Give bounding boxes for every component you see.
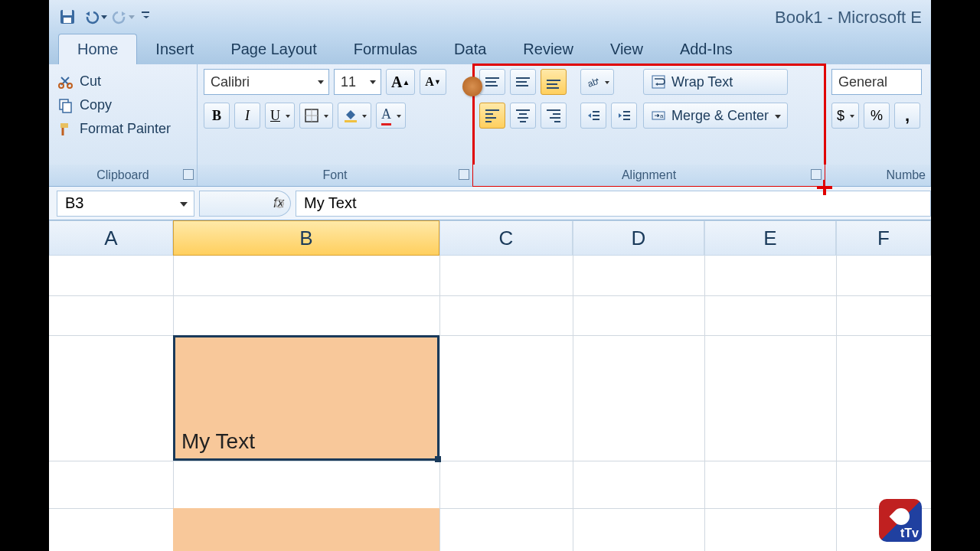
- svg-rect-2: [64, 18, 71, 23]
- italic-button[interactable]: I: [234, 103, 260, 129]
- qat-customize-button[interactable]: [138, 5, 153, 29]
- chevron-down-icon: [370, 80, 376, 84]
- align-top-button[interactable]: [479, 69, 505, 95]
- font-name-combo[interactable]: Calibri: [204, 69, 329, 95]
- svg-text:a: a: [660, 112, 664, 119]
- copy-label: Copy: [80, 97, 112, 113]
- font-size-value: 11: [341, 74, 356, 90]
- percent-button[interactable]: %: [864, 103, 890, 129]
- font-color-icon: A: [381, 106, 391, 126]
- tab-formulas[interactable]: Formulas: [335, 34, 436, 64]
- copy-icon: [58, 98, 74, 113]
- merge-center-label: Merge & Center: [671, 108, 769, 124]
- ribbon-tabs: Home Insert Page Layout Formulas Data Re…: [49, 34, 931, 64]
- cut-label: Cut: [80, 73, 101, 90]
- column-header-c[interactable]: C: [439, 220, 573, 256]
- merge-icon: a: [652, 109, 665, 122]
- underline-button[interactable]: U: [265, 103, 295, 129]
- font-group-label: Font: [198, 165, 472, 186]
- clipboard-group-label: Clipboard: [49, 165, 197, 186]
- svg-rect-19: [652, 76, 665, 88]
- formula-value: My Text: [304, 194, 357, 212]
- fx-button[interactable]: fx: [199, 191, 291, 217]
- font-name-value: Calibri: [211, 74, 250, 90]
- align-bottom-icon: [547, 75, 560, 89]
- alignment-launcher[interactable]: [811, 169, 822, 180]
- border-icon: [305, 109, 318, 122]
- window-title: Book1 - Microsoft E: [775, 8, 922, 28]
- align-bottom-button[interactable]: [541, 69, 567, 95]
- format-painter-label: Format Painter: [80, 121, 171, 137]
- column-header-a[interactable]: A: [49, 220, 173, 256]
- qat-customize-icon: [143, 16, 149, 18]
- align-center-icon: [516, 109, 530, 122]
- clipboard-launcher[interactable]: [183, 169, 194, 180]
- alignment-group-label: Alignment: [473, 165, 825, 186]
- tab-addins[interactable]: Add-Ins: [662, 34, 751, 64]
- chevron-down-icon: [180, 202, 188, 207]
- format-painter-button[interactable]: Format Painter: [55, 119, 174, 139]
- tab-view[interactable]: View: [592, 34, 662, 64]
- grow-font-button[interactable]: A▲: [386, 69, 415, 95]
- align-top-icon: [485, 77, 499, 86]
- number-format-value: General: [838, 74, 887, 90]
- watermark-logo: tTv: [879, 499, 922, 542]
- align-center-button[interactable]: [510, 103, 536, 129]
- decrease-indent-icon: [586, 109, 600, 122]
- align-middle-button[interactable]: [510, 69, 536, 95]
- cells-area[interactable]: My Text: [49, 256, 931, 551]
- cut-button[interactable]: Cut: [55, 72, 174, 91]
- svg-text:ab: ab: [586, 76, 599, 89]
- scissors-icon: [58, 74, 74, 90]
- merge-center-button[interactable]: a Merge & Center: [643, 103, 788, 129]
- formula-input[interactable]: My Text: [296, 191, 931, 217]
- comma-button[interactable]: ,: [894, 103, 920, 129]
- wrap-text-icon: [652, 75, 665, 89]
- wrap-text-label: Wrap Text: [671, 74, 733, 90]
- undo-dropdown-icon: [101, 15, 107, 19]
- svg-point-4: [67, 83, 72, 88]
- svg-rect-11: [345, 120, 357, 122]
- border-button[interactable]: [299, 103, 333, 129]
- column-header-d[interactable]: D: [573, 220, 704, 256]
- svg-point-3: [59, 83, 64, 88]
- cell-b4[interactable]: [173, 508, 439, 551]
- column-header-f[interactable]: F: [836, 220, 931, 256]
- svg-rect-1: [63, 10, 72, 15]
- font-launcher[interactable]: [459, 169, 469, 180]
- align-left-button[interactable]: [479, 103, 505, 129]
- fill-handle[interactable]: [435, 456, 441, 462]
- shrink-font-button[interactable]: A▼: [420, 69, 446, 95]
- chevron-down-icon: [318, 80, 324, 84]
- number-group-label: Numbe: [825, 165, 930, 186]
- copy-button[interactable]: Copy: [55, 96, 174, 115]
- decrease-indent-button[interactable]: [580, 103, 606, 129]
- orientation-icon: ab: [586, 75, 599, 89]
- align-right-button[interactable]: [541, 103, 567, 129]
- tab-home[interactable]: Home: [58, 34, 137, 64]
- column-header-b[interactable]: B: [173, 220, 439, 256]
- name-box[interactable]: B3: [57, 191, 194, 217]
- number-format-combo[interactable]: General: [831, 69, 922, 95]
- tab-insert[interactable]: Insert: [137, 34, 212, 64]
- tab-review[interactable]: Review: [505, 34, 592, 64]
- orientation-button[interactable]: ab: [580, 69, 614, 95]
- align-left-icon: [485, 109, 499, 122]
- increase-indent-button[interactable]: [611, 103, 637, 129]
- currency-button[interactable]: $: [831, 103, 859, 129]
- wrap-text-button[interactable]: Wrap Text: [643, 69, 788, 95]
- fill-color-button[interactable]: [338, 103, 371, 129]
- font-size-combo[interactable]: 11: [334, 69, 381, 95]
- redo-button[interactable]: [110, 5, 135, 29]
- tab-page-layout[interactable]: Page Layout: [212, 34, 335, 64]
- cursor-marker-icon: [462, 77, 482, 96]
- cell-b3[interactable]: My Text: [173, 335, 439, 461]
- increase-indent-icon: [617, 109, 631, 122]
- undo-button[interactable]: [83, 5, 107, 29]
- bold-button[interactable]: B: [204, 103, 230, 129]
- tab-data[interactable]: Data: [436, 34, 505, 64]
- font-color-button[interactable]: A: [376, 103, 406, 129]
- column-header-e[interactable]: E: [704, 220, 836, 256]
- save-button[interactable]: [55, 5, 80, 29]
- redo-dropdown-icon: [129, 15, 135, 19]
